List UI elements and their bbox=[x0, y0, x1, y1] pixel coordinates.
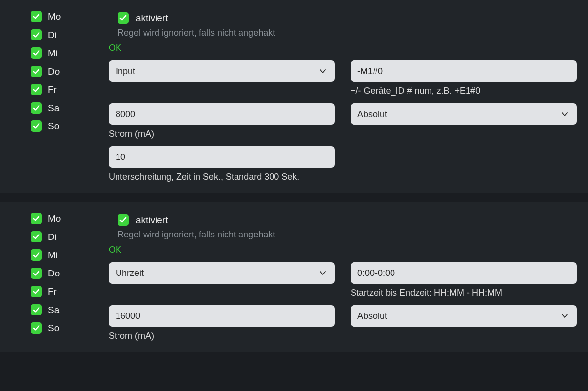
weekday-label: So bbox=[48, 323, 59, 334]
weekday-do[interactable]: Do bbox=[31, 66, 109, 77]
check-icon bbox=[31, 120, 42, 132]
check-icon bbox=[31, 102, 42, 114]
weekday-fr[interactable]: Fr bbox=[31, 84, 109, 95]
weekday-label: Mi bbox=[48, 48, 58, 59]
weekday-column: Mo Di Mi Do Fr Sa So bbox=[0, 11, 109, 182]
mode-select[interactable] bbox=[351, 305, 577, 327]
condition-type-select[interactable] bbox=[109, 262, 335, 284]
weekday-label: Di bbox=[48, 232, 57, 242]
weekday-mi[interactable]: Mi bbox=[31, 47, 109, 59]
activated-label: aktiviert bbox=[136, 13, 168, 24]
condition-type-select[interactable] bbox=[109, 60, 335, 82]
rule-block: Mo Di Mi Do Fr Sa So aktiviert bbox=[0, 0, 588, 193]
weekday-label: Fr bbox=[48, 286, 57, 297]
device-id-input[interactable] bbox=[351, 60, 577, 82]
weekday-so[interactable]: So bbox=[31, 120, 109, 132]
mode-value[interactable] bbox=[351, 305, 577, 327]
weekday-label: Sa bbox=[48, 103, 59, 114]
weekday-di[interactable]: Di bbox=[31, 29, 109, 40]
rule-block: Mo Di Mi Do Fr Sa So aktiviert bbox=[0, 202, 588, 352]
current-input[interactable] bbox=[109, 305, 335, 327]
check-icon bbox=[31, 213, 42, 224]
weekday-label: Fr bbox=[48, 84, 57, 95]
check-icon bbox=[31, 66, 42, 77]
weekday-so[interactable]: So bbox=[31, 322, 109, 334]
weekday-mo[interactable]: Mo bbox=[31, 11, 109, 22]
weekday-label: Mi bbox=[48, 250, 58, 261]
mode-value[interactable] bbox=[351, 103, 577, 125]
weekday-column: Mo Di Mi Do Fr Sa So bbox=[0, 213, 109, 341]
current-label: Strom (mA) bbox=[109, 129, 335, 139]
check-icon bbox=[31, 84, 42, 95]
weekday-sa[interactable]: Sa bbox=[31, 304, 109, 315]
check-icon bbox=[31, 231, 42, 242]
weekday-di[interactable]: Di bbox=[31, 231, 109, 242]
current-label: Strom (mA) bbox=[109, 331, 335, 341]
rule-settings: aktiviert Regel wird ignoriert, falls ni… bbox=[109, 213, 588, 341]
mode-select[interactable] bbox=[351, 103, 577, 125]
rule-settings: aktiviert Regel wird ignoriert, falls ni… bbox=[109, 11, 588, 182]
check-icon bbox=[31, 249, 42, 261]
activated-hint: Regel wird ignoriert, falls nicht angeha… bbox=[118, 28, 577, 38]
weekday-label: Do bbox=[48, 268, 60, 279]
activated-checkbox[interactable]: aktiviert bbox=[118, 214, 577, 226]
weekday-mi[interactable]: Mi bbox=[31, 249, 109, 261]
check-icon bbox=[31, 322, 42, 334]
time-range-hint: Startzeit bis Endzeit: HH:MM - HH:MM bbox=[351, 288, 577, 298]
weekday-label: Di bbox=[48, 30, 57, 40]
activated-checkbox[interactable]: aktiviert bbox=[118, 12, 577, 24]
condition-type-value[interactable] bbox=[109, 262, 335, 284]
status-text: OK bbox=[109, 43, 577, 53]
undershoot-time-input[interactable] bbox=[109, 146, 335, 168]
weekday-fr[interactable]: Fr bbox=[31, 286, 109, 297]
weekday-label: Mo bbox=[48, 213, 61, 224]
check-icon bbox=[31, 304, 42, 315]
check-icon bbox=[31, 29, 42, 40]
check-icon bbox=[31, 286, 42, 297]
check-icon bbox=[118, 214, 129, 226]
weekday-label: Mo bbox=[48, 11, 61, 22]
check-icon bbox=[31, 47, 42, 59]
activated-hint: Regel wird ignoriert, falls nicht angeha… bbox=[118, 230, 577, 240]
device-id-hint: +/- Geräte_ID # num, z.B. +E1#0 bbox=[351, 86, 577, 96]
time-range-input[interactable] bbox=[351, 262, 577, 284]
check-icon bbox=[31, 268, 42, 279]
weekday-label: Do bbox=[48, 66, 60, 77]
weekday-sa[interactable]: Sa bbox=[31, 102, 109, 114]
check-icon bbox=[118, 12, 129, 24]
weekday-do[interactable]: Do bbox=[31, 268, 109, 279]
weekday-label: So bbox=[48, 121, 59, 132]
undershoot-time-hint: Unterschreitung, Zeit in Sek., Standard … bbox=[109, 172, 335, 182]
activated-label: aktiviert bbox=[136, 215, 168, 226]
weekday-mo[interactable]: Mo bbox=[31, 213, 109, 224]
weekday-label: Sa bbox=[48, 305, 59, 315]
condition-type-value[interactable] bbox=[109, 60, 335, 82]
status-text: OK bbox=[109, 245, 577, 255]
check-icon bbox=[31, 11, 42, 22]
current-input[interactable] bbox=[109, 103, 335, 125]
